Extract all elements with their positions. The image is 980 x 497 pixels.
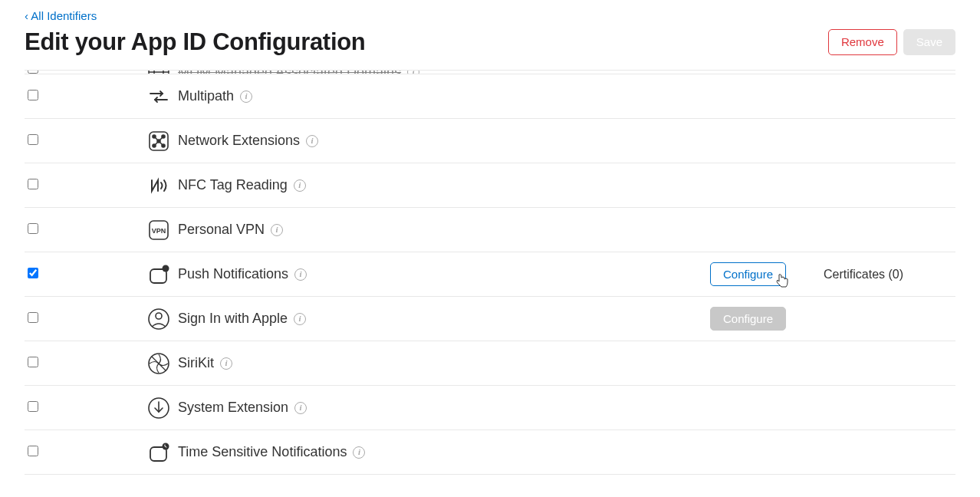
capability-row-multipath: Multipath i — [25, 74, 955, 119]
person-icon — [147, 308, 170, 331]
capability-checkbox[interactable] — [28, 223, 38, 234]
capability-checkbox[interactable] — [28, 357, 38, 367]
capability-name: MDM Managed Associated Domains — [178, 71, 401, 74]
svg-line-13 — [154, 141, 159, 146]
back-link[interactable]: ‹ All Identifiers — [0, 0, 121, 28]
capability-checkbox[interactable] — [28, 179, 38, 189]
time-notification-icon — [147, 441, 170, 464]
globe-icon — [147, 71, 170, 74]
svg-line-14 — [159, 141, 163, 146]
certificates-label: Certificates (0) — [802, 268, 955, 281]
capability-checkbox[interactable] — [28, 71, 38, 74]
capability-row-system-ext: System Extension i — [25, 386, 955, 430]
capability-name: System Extension — [178, 400, 288, 416]
info-icon[interactable]: i — [353, 446, 365, 459]
info-icon[interactable]: i — [294, 402, 307, 414]
capability-checkbox[interactable] — [28, 90, 38, 100]
multipath-icon — [147, 85, 170, 108]
siri-icon — [147, 352, 170, 375]
push-icon — [147, 263, 170, 286]
configure-button[interactable]: Configure — [710, 262, 786, 286]
capability-row-siwa: Sign In with Apple i Configure — [25, 297, 955, 341]
capability-name: Personal VPN — [178, 222, 265, 238]
capability-name: Push Notifications — [178, 266, 288, 282]
download-icon — [147, 397, 170, 420]
save-button: Save — [903, 29, 955, 55]
info-icon[interactable]: i — [220, 357, 232, 370]
info-icon[interactable]: i — [294, 179, 306, 192]
capability-row-personal-vpn: VPN Personal VPN i — [25, 208, 955, 252]
nfc-icon — [147, 174, 170, 197]
page-title: Edit your App ID Configuration — [25, 28, 365, 56]
capability-row-network-ext: Network Extensions i — [25, 119, 955, 163]
capability-name: Sign In with Apple — [178, 311, 288, 327]
info-icon[interactable]: i — [407, 71, 419, 74]
capability-name: Network Extensions — [178, 133, 300, 149]
info-icon[interactable]: i — [294, 268, 307, 281]
svg-line-12 — [159, 137, 163, 141]
capability-checkbox[interactable] — [28, 312, 38, 323]
info-icon[interactable]: i — [240, 91, 252, 103]
capabilities-list: MDM Managed Associated Domains i Multipa… — [0, 70, 980, 475]
capability-checkbox[interactable] — [28, 134, 38, 145]
capability-row-push: Push Notifications i Configure Certifica… — [25, 252, 955, 297]
svg-text:VPN: VPN — [152, 227, 166, 235]
header: Edit your App ID Configuration Remove Sa… — [0, 28, 980, 70]
info-icon[interactable]: i — [294, 313, 306, 325]
capability-checkbox[interactable] — [28, 401, 38, 412]
svg-line-11 — [154, 137, 159, 141]
remove-button[interactable]: Remove — [828, 29, 897, 55]
vpn-icon: VPN — [147, 219, 170, 242]
capability-name: NFC Tag Reading — [178, 177, 288, 193]
capability-row-time-sensitive: Time Sensitive Notifications i — [25, 430, 955, 475]
capability-name: SiriKit — [178, 355, 214, 371]
capability-row-nfc: NFC Tag Reading i — [25, 163, 955, 208]
capability-row-sirikit: SiriKit i — [25, 341, 955, 386]
capability-name: Time Sensitive Notifications — [178, 444, 347, 460]
svg-point-20 — [156, 313, 162, 319]
cursor-icon — [775, 273, 789, 291]
info-icon[interactable]: i — [271, 224, 283, 236]
svg-point-18 — [163, 265, 169, 272]
capability-name: Multipath — [178, 88, 234, 104]
info-icon[interactable]: i — [306, 135, 318, 147]
configure-button-disabled: Configure — [710, 307, 786, 331]
network-icon — [147, 130, 170, 153]
capability-checkbox[interactable] — [28, 446, 38, 456]
capability-checkbox[interactable] — [28, 268, 38, 278]
